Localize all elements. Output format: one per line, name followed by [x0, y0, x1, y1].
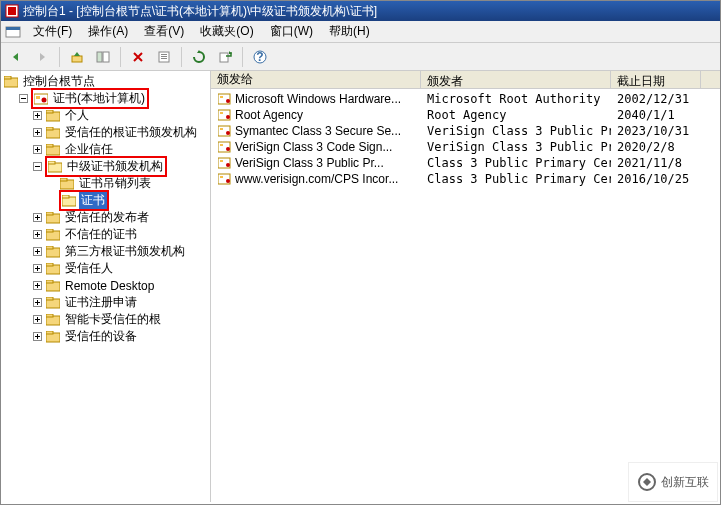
watermark: 创新互联 [628, 462, 718, 502]
tree-untrusted-label: 不信任的证书 [63, 226, 139, 243]
list-row[interactable]: VeriSign Class 3 Public Pr...Class 3 Pub… [211, 155, 720, 171]
folder-icon [45, 126, 61, 140]
col-issued-by[interactable]: 颁发者 [421, 71, 611, 88]
highlight-box: 证书(本地计算机) [31, 88, 149, 109]
svg-point-101 [226, 179, 230, 183]
svg-rect-68 [46, 280, 53, 283]
folder-open-icon [61, 194, 77, 208]
folder-icon [45, 262, 61, 276]
folder-open-icon [47, 160, 63, 174]
expand-icon[interactable] [31, 263, 43, 275]
tree-personal[interactable]: 个人 [3, 107, 208, 124]
list-row[interactable]: VeriSign Class 3 Code Sign...VeriSign Cl… [211, 139, 720, 155]
cell-issued-to: VeriSign Class 3 Public Pr... [235, 156, 384, 170]
tree-trusted-pub-label: 受信任的发布者 [63, 209, 151, 226]
svg-rect-41 [60, 178, 67, 181]
title-bar: 控制台1 - [控制台根节点\证书(本地计算机)\中级证书颁发机构\证书] [1, 1, 720, 21]
tree-cert-root[interactable]: 证书(本地计算机) [3, 90, 208, 107]
refresh-button[interactable] [188, 46, 210, 68]
tree-enroll-label: 证书注册申请 [63, 294, 139, 311]
tree-certificates[interactable]: 证书 [3, 192, 208, 209]
svg-point-95 [226, 147, 230, 151]
cell-issued-by: VeriSign Class 3 Public Prim... [421, 124, 611, 138]
svg-rect-25 [46, 110, 53, 113]
tree-trusted-people-label: 受信任人 [63, 260, 115, 277]
cell-issued-to: Root Agency [235, 108, 303, 122]
menu-window[interactable]: 窗口(W) [262, 23, 321, 40]
console-root-icon [3, 75, 19, 89]
menu-file[interactable]: 文件(F) [25, 23, 80, 40]
cell-expiry: 2040/1/1 [611, 108, 701, 122]
svg-rect-53 [46, 229, 53, 232]
svg-rect-30 [46, 127, 53, 130]
svg-rect-88 [220, 112, 223, 114]
tree-trusted-devices[interactable]: 受信任的设备 [3, 328, 208, 345]
tree-trusted-root-label: 受信任的根证书颁发机构 [63, 124, 199, 141]
svg-rect-6 [103, 52, 109, 62]
tree-cert-root-label: 证书(本地计算机) [51, 90, 147, 107]
expand-icon[interactable] [31, 110, 43, 122]
folder-icon [45, 211, 61, 225]
expand-icon[interactable] [31, 212, 43, 224]
list-row[interactable]: Root AgencyRoot Agency2040/1/1 [211, 107, 720, 123]
collapse-icon[interactable] [17, 93, 29, 105]
expand-icon[interactable] [31, 314, 43, 326]
forward-button[interactable] [31, 46, 53, 68]
window-menu-icon[interactable] [5, 25, 21, 39]
list-row[interactable]: Microsoft Windows Hardware...Microsoft R… [211, 91, 720, 107]
expand-icon[interactable] [31, 127, 43, 139]
svg-point-86 [226, 99, 230, 103]
tree-untrusted-certs[interactable]: 不信任的证书 [3, 226, 208, 243]
tree-trusted-dev-label: 受信任的设备 [63, 328, 139, 345]
certificate-icon [217, 156, 233, 170]
tree-cert-enroll[interactable]: 证书注册申请 [3, 294, 208, 311]
menu-fav[interactable]: 收藏夹(O) [192, 23, 261, 40]
tree-smartcard-root[interactable]: 智能卡受信任的根 [3, 311, 208, 328]
folder-icon [45, 245, 61, 259]
collapse-icon[interactable] [31, 161, 43, 173]
export-button[interactable] [214, 46, 236, 68]
col-issued-to[interactable]: 颁发给 [211, 71, 421, 88]
folder-icon [45, 313, 61, 327]
tree-intermediate-ca[interactable]: 中级证书颁发机构 [3, 158, 208, 175]
certificate-icon [217, 108, 233, 122]
svg-rect-39 [48, 161, 55, 164]
help-button[interactable]: ? [249, 46, 271, 68]
list-row[interactable]: www.verisign.com/CPS Incor...Class 3 Pub… [211, 171, 720, 187]
cert-store-icon [33, 92, 49, 106]
tree-3rd-party-root[interactable]: 第三方根证书颁发机构 [3, 243, 208, 260]
menu-help[interactable]: 帮助(H) [321, 23, 378, 40]
folder-icon [45, 228, 61, 242]
svg-rect-1 [8, 7, 16, 15]
expand-icon[interactable] [31, 144, 43, 156]
menu-action[interactable]: 操作(A) [80, 23, 136, 40]
list-header: 颁发给 颁发者 截止日期 [211, 71, 720, 89]
menu-view[interactable]: 查看(V) [136, 23, 192, 40]
tree-trusted-people[interactable]: 受信任人 [3, 260, 208, 277]
cell-issued-by: Class 3 Public Primary Certi... [421, 172, 611, 186]
expand-icon[interactable] [31, 229, 43, 241]
svg-rect-78 [46, 314, 53, 317]
up-button[interactable] [66, 46, 88, 68]
folder-icon [45, 279, 61, 293]
expand-icon[interactable] [31, 331, 43, 343]
expand-icon[interactable] [31, 246, 43, 258]
svg-rect-19 [36, 96, 40, 99]
folder-icon [45, 109, 61, 123]
expand-icon[interactable] [31, 280, 43, 292]
toolbar-separator [120, 47, 121, 67]
cell-issued-by: Microsoft Root Authority [421, 92, 611, 106]
tree-remote-desktop[interactable]: Remote Desktop [3, 277, 208, 294]
expand-icon[interactable] [31, 297, 43, 309]
svg-rect-94 [220, 144, 223, 146]
col-expiry[interactable]: 截止日期 [611, 71, 701, 88]
tree-personal-label: 个人 [63, 107, 91, 124]
delete-button[interactable] [127, 46, 149, 68]
back-button[interactable] [5, 46, 27, 68]
tree-trusted-publishers[interactable]: 受信任的发布者 [3, 209, 208, 226]
properties-button[interactable] [153, 46, 175, 68]
certificate-icon [217, 172, 233, 186]
show-hide-tree-button[interactable] [92, 46, 114, 68]
tree-trusted-root[interactable]: 受信任的根证书颁发机构 [3, 124, 208, 141]
list-row[interactable]: Symantec Class 3 Secure Se...VeriSign Cl… [211, 123, 720, 139]
